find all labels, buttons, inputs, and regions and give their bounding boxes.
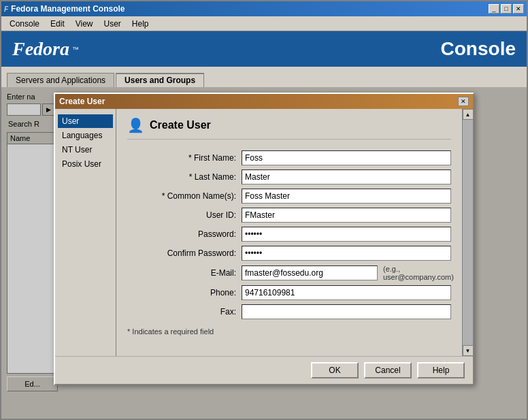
email-label: E-Mail: (127, 268, 236, 278)
tab-servers-and-applications[interactable]: Servers and Applications (7, 73, 114, 87)
scroll-down-button[interactable]: ▼ (463, 345, 474, 356)
menu-console[interactable]: Console (4, 18, 45, 30)
tab-users-and-groups[interactable]: Users and Groups (116, 73, 204, 87)
dialog-scrollbar[interactable]: ▲ ▼ (462, 109, 473, 356)
ok-button[interactable]: OK (311, 362, 359, 378)
window-title: Fedora Management Console (11, 4, 125, 14)
menu-help[interactable]: Help (127, 18, 154, 30)
minimize-button[interactable]: _ (489, 4, 499, 14)
email-hint: (e.g., user@company.com) (383, 265, 454, 281)
fax-input[interactable] (242, 304, 451, 319)
nav-item-user[interactable]: User (58, 114, 113, 128)
user-icon: 👤 (127, 117, 144, 133)
scroll-up-button[interactable]: ▲ (463, 109, 474, 120)
confirm-password-input[interactable] (242, 246, 451, 261)
password-input[interactable] (242, 227, 451, 242)
fax-label: Fax: (127, 307, 236, 317)
first-name-label: First Name: (127, 153, 236, 163)
required-note: * Indicates a required field (127, 327, 451, 336)
dialog-nav: User Languages NT User Posix User (55, 109, 116, 356)
menu-bar: Console Edit View User Help (1, 16, 527, 31)
common-names-input[interactable] (242, 189, 451, 204)
cancel-button[interactable]: Cancel (364, 362, 412, 378)
menu-edit[interactable]: Edit (45, 18, 70, 30)
scroll-track (463, 120, 473, 345)
last-name-input[interactable] (242, 169, 451, 184)
dialog-form-title: Create User (150, 119, 211, 131)
console-brand-text: Console (441, 38, 516, 60)
user-form: First Name: Last Name: Common Name(s): U… (127, 150, 451, 319)
create-user-dialog: Create User ✕ User Languages NT User Pos… (54, 93, 474, 385)
nav-item-nt-user[interactable]: NT User (58, 143, 113, 157)
modal-overlay: Create User ✕ User Languages NT User Pos… (1, 87, 527, 419)
first-name-input[interactable] (242, 150, 451, 165)
title-bar: F Fedora Management Console _ □ ✕ (1, 1, 527, 16)
app-icon: F (4, 5, 8, 13)
password-label: Password: (127, 229, 236, 239)
help-button[interactable]: Help (417, 362, 465, 378)
menu-view[interactable]: View (70, 18, 99, 30)
dialog-content: User Languages NT User Posix User 👤 Crea… (55, 109, 473, 356)
menu-user[interactable]: User (99, 18, 127, 30)
main-window: F Fedora Management Console _ □ ✕ Consol… (0, 0, 528, 420)
dialog-footer: OK Cancel Help (55, 356, 473, 384)
nav-item-languages[interactable]: Languages (58, 129, 113, 142)
maximize-button[interactable]: □ (501, 4, 512, 14)
phone-input[interactable] (242, 285, 451, 300)
title-bar-left: F Fedora Management Console (4, 4, 125, 14)
user-id-label: User ID: (127, 210, 236, 220)
fedora-logo: Fedora ™ (12, 38, 79, 60)
last-name-label: Last Name: (127, 172, 236, 182)
fedora-brand-text: Fedora (12, 38, 69, 60)
dialog-close-button[interactable]: ✕ (458, 97, 469, 106)
dialog-title-bar: Create User ✕ (55, 94, 473, 109)
trademark-symbol: ™ (72, 46, 79, 53)
user-id-input[interactable] (242, 208, 451, 223)
content-area: Enter na ▶ Search R Name Ed... Create Us… (1, 87, 527, 419)
window-controls: _ □ ✕ (489, 4, 524, 14)
email-row: (e.g., user@company.com) (242, 265, 451, 281)
app-header: Fedora ™ Console (1, 31, 527, 67)
common-names-label: Common Name(s): (127, 191, 236, 201)
email-input[interactable] (242, 265, 378, 280)
dialog-form-area: 👤 Create User First Name: Last Name: Com… (116, 109, 462, 356)
confirm-password-label: Confirm Password: (127, 248, 236, 258)
close-button[interactable]: ✕ (513, 4, 524, 14)
dialog-title-text: Create User (59, 97, 105, 106)
nav-item-posix-user[interactable]: Posix User (58, 157, 113, 171)
phone-label: Phone: (127, 288, 236, 297)
dialog-form-header: 👤 Create User (127, 117, 451, 140)
tabs-bar: Servers and Applications Users and Group… (1, 67, 527, 87)
